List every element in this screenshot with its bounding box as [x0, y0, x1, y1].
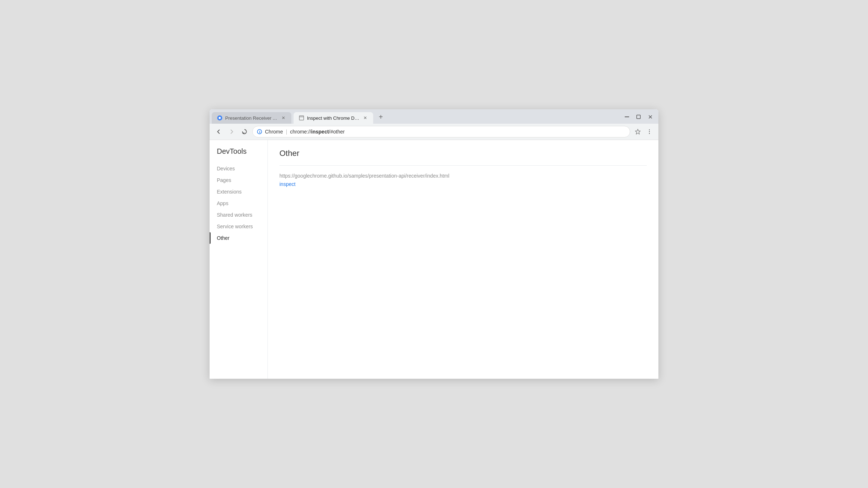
sidebar-item-devices[interactable]: Devices	[210, 163, 267, 174]
svg-rect-2	[299, 116, 304, 120]
sidebar-title: DevTools	[210, 147, 267, 163]
tab-presentation-close[interactable]: ✕	[281, 115, 286, 121]
bookmark-button[interactable]	[632, 126, 643, 137]
url-suffix: /#other	[329, 129, 345, 135]
browser-window: Presentation Receiver A… ✕ Inspect with …	[210, 109, 658, 379]
svg-point-10	[649, 133, 650, 134]
toolbar: ℹ Chrome | chrome://inspect/#other	[210, 124, 658, 140]
url-separator: |	[286, 129, 287, 135]
main-panel: Other https://googlechrome.github.io/sam…	[267, 140, 658, 379]
tab-presentation-title: Presentation Receiver A…	[225, 115, 278, 121]
title-bar: Presentation Receiver A… ✕ Inspect with …	[210, 109, 658, 124]
page-title: Other	[279, 149, 647, 158]
svg-point-8	[649, 130, 650, 130]
sidebar-item-pages[interactable]: Pages	[210, 174, 267, 186]
security-icon: ℹ	[257, 129, 262, 134]
tab-inspect-title: Inspect with Chrome Dev…	[307, 115, 360, 121]
address-url-text: Chrome | chrome://inspect/#other	[265, 129, 625, 135]
svg-text:ℹ: ℹ	[259, 130, 261, 134]
inspect-link[interactable]: inspect	[279, 181, 295, 187]
sidebar-item-extensions[interactable]: Extensions	[210, 186, 267, 198]
back-button[interactable]	[213, 126, 224, 137]
sidebar-item-shared-workers[interactable]: Shared workers	[210, 209, 267, 221]
inspect-tab-icon	[299, 115, 304, 121]
sidebar-nav: Devices Pages Extensions Apps Shared wor…	[210, 163, 267, 244]
window-controls: ✕	[623, 113, 658, 124]
menu-button[interactable]	[644, 126, 655, 137]
toolbar-right	[632, 126, 655, 137]
url-bold: inspect	[311, 129, 329, 135]
svg-point-9	[649, 131, 650, 132]
browser-content: DevTools Devices Pages Extensions Apps S…	[210, 140, 658, 379]
svg-rect-5	[637, 115, 640, 119]
svg-rect-4	[625, 116, 629, 117]
close-button[interactable]: ✕	[646, 113, 654, 121]
tab-inspect[interactable]: Inspect with Chrome Dev… ✕	[294, 112, 373, 124]
entry-item: https://googlechrome.github.io/samples/p…	[279, 173, 647, 187]
sidebar-item-service-workers[interactable]: Service workers	[210, 221, 267, 232]
sidebar-item-apps[interactable]: Apps	[210, 198, 267, 209]
minimize-button[interactable]	[623, 113, 631, 121]
sidebar-item-other[interactable]: Other	[210, 232, 267, 244]
url-prefix: chrome://	[290, 129, 311, 135]
forward-button[interactable]	[226, 126, 237, 137]
presentation-tab-icon	[217, 115, 223, 121]
section-divider	[279, 165, 647, 166]
url-brand: Chrome	[265, 129, 283, 135]
sidebar: DevTools Devices Pages Extensions Apps S…	[210, 140, 267, 379]
tab-inspect-close[interactable]: ✕	[362, 115, 368, 121]
reload-button[interactable]	[239, 126, 250, 137]
address-bar[interactable]: ℹ Chrome | chrome://inspect/#other	[252, 126, 630, 137]
tab-presentation[interactable]: Presentation Receiver A… ✕	[212, 112, 291, 124]
svg-point-1	[219, 117, 221, 119]
maximize-button[interactable]	[635, 113, 642, 121]
entry-url: https://googlechrome.github.io/samples/p…	[279, 173, 647, 179]
new-tab-button[interactable]: +	[375, 113, 387, 124]
